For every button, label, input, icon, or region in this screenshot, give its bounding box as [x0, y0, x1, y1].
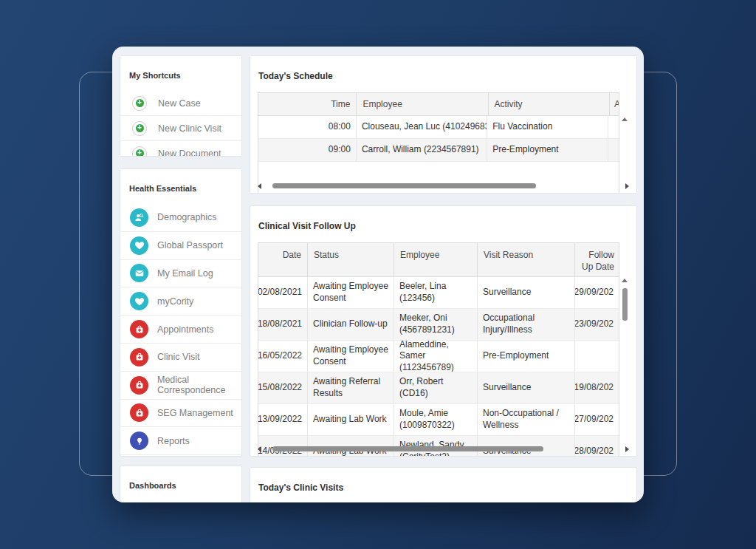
table-cell: 23/09/202: [575, 309, 619, 340]
medical-bag-icon: [130, 348, 148, 366]
add-circle-icon: +: [132, 146, 147, 157]
envelope-icon: [130, 264, 148, 282]
sidebar-item-medical-correspondence[interactable]: Medical Correspondence: [120, 371, 241, 399]
dashboard-card: My Shortcuts +New Case+New Clinic Visit+…: [112, 47, 644, 502]
table-cell: 16/05/2022: [258, 341, 308, 372]
sidebar-item-my-email-log[interactable]: My Email Log: [120, 259, 241, 287]
horizontal-scroll-thumb[interactable]: [272, 446, 543, 451]
table-cell: 29/09/202: [575, 277, 619, 308]
table-cell: Awaiting Employee Consent: [308, 277, 394, 308]
vertical-scrollbar[interactable]: [620, 276, 629, 457]
sidebar-item-label: New Document: [158, 149, 221, 157]
table-cell: Clinician Follow-up: [308, 309, 394, 340]
sidebar-item-label: Demographics: [157, 212, 217, 222]
sidebar-item-label: SEG Management: [157, 408, 233, 418]
sidebar-item-label: Global Passport: [157, 240, 223, 250]
horizontal-scroll-track: [265, 183, 622, 189]
heart-icon: [130, 236, 148, 255]
table-header-row: DateStatusEmployeeVisit ReasonFollow Up …: [258, 243, 619, 277]
scroll-up-icon[interactable]: [622, 279, 628, 282]
column-header-visit-reason[interactable]: Visit Reason: [478, 243, 575, 276]
scroll-up-icon[interactable]: [622, 117, 628, 121]
medical-bag-icon: [130, 376, 148, 395]
sidebar-item-label: Reports: [157, 436, 190, 446]
table-cell: 02/08/2021: [258, 277, 308, 308]
table-row[interactable]: 16/05/2022Awaiting Employee ConsentAlame…: [258, 341, 619, 372]
table-cell: [575, 341, 619, 372]
table-cell: Occupational Injury/Illness: [478, 309, 575, 340]
todays-schedule-panel: Today's Schedule TimeEmployeeActivityAp0…: [250, 55, 637, 194]
my-shortcuts-panel: My Shortcuts +New Case+New Clinic Visit+…: [120, 55, 242, 157]
table-cell: 08:00: [258, 116, 357, 138]
sidebar-item-label: Appointments: [157, 324, 213, 335]
main-content: Today's Schedule TimeEmployeeActivityAp0…: [250, 55, 637, 502]
table-cell: Clouseau, Jean Luc (4102496831): [357, 116, 487, 138]
table-header-row: TimeEmployeeActivityAp: [258, 93, 619, 116]
table-row[interactable]: 08:00Clouseau, Jean Luc (4102496831)Flu …: [258, 116, 619, 139]
sidebar-item-seg-management[interactable]: SEG Management: [120, 399, 241, 427]
table-cell: Surveillance: [478, 372, 575, 403]
todays-schedule-title: Today's Schedule: [250, 65, 636, 83]
column-header-follow-up-date[interactable]: Follow Up Date: [575, 243, 619, 276]
scroll-right-icon[interactable]: [625, 183, 629, 189]
table-cell: 19/08/202: [575, 372, 619, 403]
sidebar-item-new-clinic-visit[interactable]: +New Clinic Visit: [120, 115, 241, 140]
table-row[interactable]: 13/09/2022Awaiting Lab WorkMoule, Amie (…: [258, 404, 619, 436]
sidebar-item-query-builder[interactable]: Query Builder: [120, 454, 241, 457]
todays-clinic-visits-title: Today's Clinic Visits: [250, 477, 636, 495]
table-cell: 13/09/2022: [258, 404, 308, 435]
table-cell: Flu Vaccination: [487, 116, 608, 138]
lightbulb-icon: [130, 432, 148, 450]
vertical-scroll-thumb[interactable]: [622, 288, 628, 321]
sidebar-item-health-essentials[interactable]: Health Essentials: [120, 501, 241, 502]
column-header-activity[interactable]: Activity: [489, 93, 610, 115]
table-cell: Pre-Employment: [487, 139, 608, 161]
dashboards-title: Dashboards: [120, 474, 241, 493]
table-row[interactable]: 15/08/2022Awaiting Referral ResultsOrr, …: [258, 372, 619, 404]
table-row[interactable]: 18/08/2021Clinician Follow-upMeeker, Oni…: [258, 309, 619, 341]
data-grid: TimeEmployeeActivityAp08:00Clouseau, Jea…: [258, 92, 629, 194]
sidebar-item-new-case[interactable]: +New Case: [120, 91, 241, 115]
table-cell: Alameddine, Samer (1123456789): [394, 341, 478, 372]
table-cell: Orr, Robert (CD16): [394, 372, 478, 403]
horizontal-scroll-thumb[interactable]: [272, 183, 536, 188]
table-cell: [608, 116, 619, 138]
sidebar-item-mycority[interactable]: myCority: [120, 287, 241, 315]
table-cell: 27/09/202: [575, 404, 619, 435]
column-header-employee[interactable]: Employee: [394, 243, 478, 276]
sidebar-item-clinic-visit[interactable]: Clinic Visit: [120, 343, 241, 371]
table-cell: 15/08/2022: [258, 372, 308, 403]
dashboards-panel: Dashboards Health Essentials: [120, 466, 242, 502]
table-cell: Awaiting Referral Results: [308, 372, 394, 403]
column-header-status[interactable]: Status: [308, 243, 394, 276]
sidebar-item-label: Medical Correspondence: [157, 375, 241, 395]
column-header-ap[interactable]: Ap: [610, 93, 619, 115]
table-row[interactable]: 09:00Carroll, William (2234567891)Pre-Em…: [258, 139, 619, 162]
add-circle-icon: +: [132, 121, 147, 136]
sidebar-item-label: myCority: [157, 296, 193, 307]
sidebar-item-global-passport[interactable]: Global Passport: [120, 231, 241, 259]
clinical-visit-follow-up-panel: Clinical Visit Follow Up DateStatusEmplo…: [250, 205, 637, 457]
my-shortcuts-title: My Shortcuts: [120, 64, 241, 83]
sidebar-item-appointments[interactable]: Appointments: [120, 315, 241, 343]
sidebar-item-reports[interactable]: Reports: [120, 426, 241, 454]
table-cell: 18/08/2021: [258, 309, 308, 340]
table-cell: Awaiting Employee Consent: [308, 341, 394, 372]
person-search-icon: [130, 208, 148, 227]
scroll-right-icon[interactable]: [625, 446, 629, 452]
horizontal-scrollbar[interactable]: [258, 444, 629, 454]
table-cell: 09:00: [258, 139, 357, 161]
table-cell: Non-Occupational / Wellness: [478, 404, 575, 435]
table-cell: Surveillance: [478, 277, 575, 308]
table-row[interactable]: 02/08/2021Awaiting Employee ConsentBeele…: [258, 277, 619, 309]
sidebar: My Shortcuts +New Case+New Clinic Visit+…: [120, 55, 242, 502]
column-header-time[interactable]: Time: [258, 93, 357, 115]
scroll-left-icon[interactable]: [258, 446, 261, 452]
todays-clinic-visits-panel: Today's Clinic Visits TimeEmployeeVisit …: [250, 467, 637, 502]
horizontal-scrollbar[interactable]: [258, 181, 629, 191]
sidebar-item-demographics[interactable]: Demographics: [120, 204, 241, 231]
sidebar-item-new-document[interactable]: +New Document: [120, 140, 241, 157]
column-header-date[interactable]: Date: [258, 243, 308, 276]
scroll-left-icon[interactable]: [258, 183, 261, 189]
column-header-employee[interactable]: Employee: [357, 93, 488, 115]
